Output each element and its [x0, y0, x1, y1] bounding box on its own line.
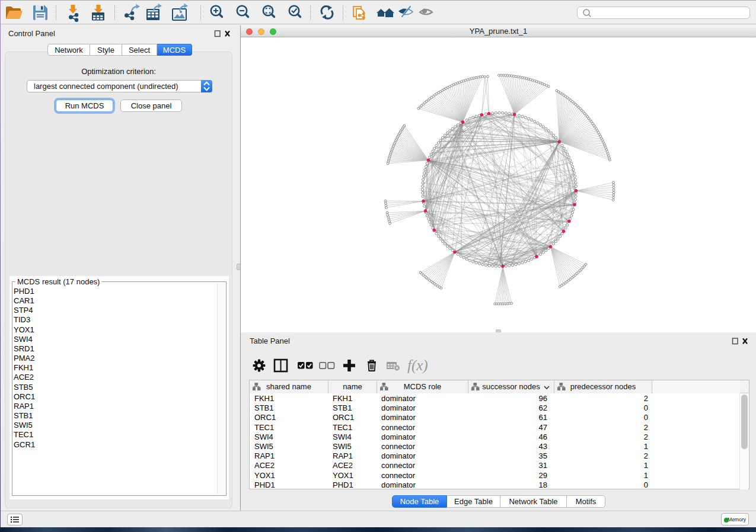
svg-text:f(x): f(x) — [407, 357, 428, 374]
